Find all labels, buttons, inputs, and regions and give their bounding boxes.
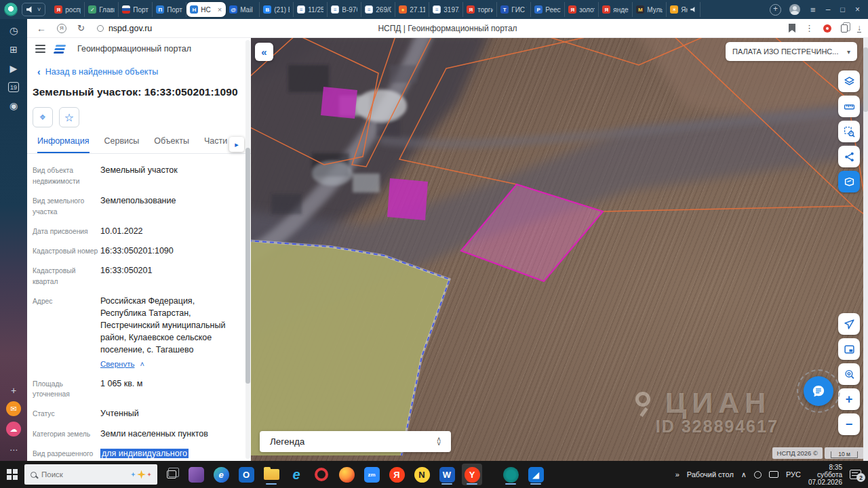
panel-tab[interactable]: Сервисы: [104, 136, 140, 153]
page-scrollbar-thumb[interactable]: [863, 47, 868, 112]
app-yandex[interactable]: Я: [387, 464, 407, 485]
layers-tool-button[interactable]: [838, 70, 860, 92]
app-n[interactable]: N: [412, 464, 432, 485]
browser-tab[interactable]: Порта: [119, 2, 153, 17]
screenshot-icon[interactable]: ◉: [4, 98, 23, 114]
app-word[interactable]: W: [437, 464, 457, 485]
page-scrollbar[interactable]: [863, 38, 868, 461]
panel-tabs-more-button[interactable]: ▸: [229, 137, 244, 152]
tab-sound-icon[interactable]: [690, 7, 696, 13]
object-card-tool-button[interactable]: [838, 171, 860, 192]
browser-tab[interactable]: Яроспр: [51, 2, 85, 17]
close-button[interactable]: ×: [855, 5, 860, 14]
desktop-label[interactable]: Рабочий стол: [687, 470, 734, 479]
app-ybrowser[interactable]: Y: [462, 464, 482, 485]
tabs-panel-icon[interactable]: ⊞: [4, 41, 23, 58]
pin-extension-icon[interactable]: [823, 24, 831, 33]
highlighted-object-1[interactable]: [321, 87, 357, 119]
favorite-button[interactable]: ☆: [59, 107, 79, 127]
tray-circle-icon[interactable]: [754, 471, 762, 479]
panel-tab[interactable]: Информация: [37, 136, 90, 153]
browser-tab[interactable]: ≡В-976: [328, 2, 361, 17]
highlighted-object-2[interactable]: [387, 178, 428, 220]
new-tab-button[interactable]: +: [770, 4, 781, 16]
browser-tab[interactable]: ППорта: [153, 2, 186, 17]
browser-tab[interactable]: @Mail: [226, 2, 260, 17]
app-explorer[interactable]: [261, 464, 281, 485]
browser-tab[interactable]: Яторги: [463, 2, 497, 17]
profile-avatar[interactable]: [789, 4, 800, 15]
browser-tab[interactable]: РРеест: [531, 2, 565, 17]
site-info-icon[interactable]: [97, 25, 104, 32]
legend-toggle[interactable]: Легенда ˄˅: [260, 431, 451, 452]
hidden-icons-chevron[interactable]: ∧: [741, 470, 747, 479]
kebab-menu-icon[interactable]: ⋮: [805, 23, 814, 33]
video-icon[interactable]: ▶: [4, 60, 23, 77]
clock[interactable]: 8:35 суббота 07.02.2026: [808, 464, 842, 486]
measure-tool-button[interactable]: [838, 96, 860, 117]
app-outlook[interactable]: O: [236, 464, 256, 485]
back-to-results-link[interactable]: ‹ Назад в найденные объекты: [37, 66, 251, 77]
browser-tab[interactable]: ННС×: [186, 2, 226, 17]
download-icon[interactable]: ↓: [857, 24, 861, 33]
taskbar-search[interactable]: [24, 464, 157, 485]
zoom-to-object-button[interactable]: ⌖: [33, 107, 53, 127]
tray-overflow[interactable]: »: [675, 470, 679, 479]
start-button[interactable]: [0, 461, 24, 488]
browser-tab[interactable]: В(21) В: [260, 2, 294, 17]
app-ie[interactable]: e: [286, 464, 307, 485]
browser-tab[interactable]: Язолот: [565, 2, 599, 17]
history-icon[interactable]: ◷: [4, 22, 23, 39]
yandex-badge-icon[interactable]: Я: [57, 24, 66, 33]
more-icon[interactable]: ⋯: [4, 442, 23, 458]
zoom-out-button[interactable]: −: [838, 413, 860, 435]
zoom-in-button[interactable]: +: [838, 388, 860, 410]
url-text[interactable]: nspd.gov.ru: [108, 24, 152, 33]
browser-tab[interactable]: ☀Ян: [667, 2, 701, 17]
sound-control[interactable]: ˅: [22, 3, 45, 16]
browser-tab[interactable]: ≡269/0: [361, 2, 395, 17]
browser-logo-icon[interactable]: [4, 3, 18, 16]
app-opera[interactable]: [311, 464, 332, 485]
browser-tab[interactable]: ✓Главн: [85, 2, 119, 17]
minimize-button[interactable]: –: [826, 5, 831, 14]
layer-select-dropdown[interactable]: ПАЛАТА ИЗО ПЕСТРЕЧИНС... ▾: [726, 42, 857, 61]
app-photos[interactable]: ◢: [526, 464, 546, 485]
panel-scrollbar-thumb[interactable]: [245, 148, 250, 384]
reload-icon[interactable]: ↻: [77, 23, 85, 33]
maximize-button[interactable]: □: [840, 5, 845, 14]
browser-tab[interactable]: ≡3197/: [429, 2, 463, 17]
search-input[interactable]: [41, 470, 126, 479]
collapse-address-link[interactable]: Свернуть˄: [100, 359, 233, 370]
share-tool-button[interactable]: [838, 146, 860, 167]
calendar-icon[interactable]: 19: [8, 82, 19, 92]
app-zoom[interactable]: zm: [361, 464, 382, 485]
browser-tab[interactable]: ТГИС Т: [497, 2, 531, 17]
collapse-panel-button[interactable]: «: [255, 43, 273, 61]
notification-icon[interactable]: 2: [850, 470, 861, 479]
area-search-tool-button[interactable]: [838, 121, 860, 142]
task-view-icon[interactable]: [167, 470, 176, 479]
map-canvas[interactable]: « ПАЛАТА ИЗО ПЕСТРЕЧИНС... ▾ +− Легенда …: [251, 38, 868, 461]
disk-icon[interactable]: ☁: [6, 422, 21, 436]
browser-tab[interactable]: ММульт: [633, 2, 667, 17]
app-purple[interactable]: [186, 464, 206, 485]
browser-tab[interactable]: ●27.11: [395, 2, 429, 17]
browser-menu-icon[interactable]: ≡: [810, 5, 816, 15]
locate-button[interactable]: [838, 313, 860, 335]
hamburger-menu-icon[interactable]: [35, 48, 45, 49]
minimap-button[interactable]: [838, 338, 860, 360]
back-icon[interactable]: ←: [37, 23, 46, 34]
mail-icon[interactable]: ✉: [6, 401, 21, 416]
app-teal[interactable]: [500, 464, 521, 485]
bookmark-icon[interactable]: [789, 24, 795, 33]
collections-icon[interactable]: [841, 24, 848, 33]
language-indicator[interactable]: РУС: [786, 470, 801, 479]
browser-tab[interactable]: Яяндек: [599, 2, 633, 17]
chat-fab-button[interactable]: [804, 376, 833, 406]
panel-tab[interactable]: Объекты: [154, 136, 189, 153]
tab-close-icon[interactable]: ×: [218, 5, 222, 14]
app-firefox[interactable]: [336, 464, 357, 485]
panel-scrollbar[interactable]: [245, 40, 250, 459]
add-panel-icon[interactable]: +: [4, 382, 23, 399]
